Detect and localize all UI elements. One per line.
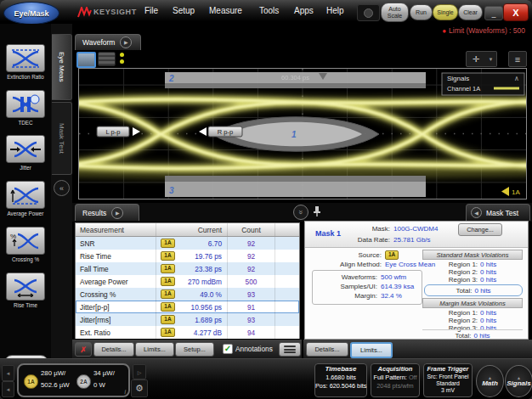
timebase-panel[interactable]: Timebase 1.6680 bits Pos: 620.5046 bits [314,363,367,397]
mode-button-eye-mask[interactable]: Eye/Mask [3,2,59,25]
auto-scale-button[interactable]: Auto Scale [381,3,409,22]
measurement-name: Fall Time [76,262,156,275]
channel-settings-gear-icon[interactable]: ⚙ [131,379,148,397]
data-rate-value: 25.781 Gb/s [393,236,431,244]
sidebar-label: Extinction Ratio [0,74,51,80]
col-measurement[interactable]: Measurement [76,223,156,236]
menu-apps[interactable]: Apps [294,6,314,15]
close-button[interactable]: X [503,3,529,21]
menu-measure[interactable]: Measure [209,6,242,15]
tab-waveform[interactable]: Waveform ▶ [75,34,141,50]
frame-trigger-panel[interactable]: Frame Trigger Src: Front Panel Standard … [423,363,473,397]
sidebar-item-jitter[interactable]: Jitter [0,135,51,171]
display-menu-icon[interactable]: ≡ [508,51,527,67]
status-bar: ◄ ◄ 1A 280 µW/ 502.6 µW 2A 34 µW/ 0 W i … [0,358,532,399]
collapse-results-icon[interactable]: » [293,205,308,220]
table-row-average-power[interactable]: Average Power 1A 270 mdBm 500 [76,275,299,288]
col-current[interactable]: Current [180,223,228,236]
signals-button[interactable]: ▲ Signals [505,365,532,397]
svg-text:1: 1 [291,130,297,139]
scroll-left-2-icon[interactable]: ◄ [2,381,14,397]
single-button[interactable]: Single [433,4,458,20]
current-value: 49.0 % [180,288,228,301]
sidebar-collapse-icon[interactable]: « [54,180,70,196]
tab-eye-meas[interactable]: Eye Meas [52,34,72,100]
source-badge: 1A [161,239,174,248]
marker-dot-icon[interactable] [120,53,124,57]
channel-1a-icon[interactable]: 1A [24,374,38,389]
sidebar-item-rise-time[interactable]: Rise Time [0,273,51,308]
math-button[interactable]: ▲ Math [476,365,504,397]
menu-setup[interactable]: Setup [173,6,195,15]
timebase-scale: 1.6680 bits [315,374,366,381]
marker-l-pp[interactable]: L p-p [97,126,140,137]
channel-2a-icon[interactable]: 2A [76,374,91,389]
table-row-ext-ratio[interactable]: Ext. Ratio 1A 4.277 dB 94 [76,326,299,339]
single-view-icon[interactable] [76,52,96,68]
tab-mask-test[interactable]: Mask Test [52,102,72,175]
sidebar-item-crossing[interactable]: % Crossing % [0,227,51,262]
grid-view-icon[interactable] [98,52,116,66]
mask-back-icon[interactable]: ◀ [471,207,482,218]
count-value: 93 [228,288,275,301]
sidebar-item-average-power[interactable]: Average Power [0,181,51,216]
channel-panel[interactable]: 1A 280 µW/ 502.6 µW 2A 34 µW/ 0 W i [17,363,130,397]
menu-tools[interactable]: Tools [259,6,279,15]
tab-results[interactable]: Results ▶ [75,204,139,221]
minimize-button[interactable]: – [484,6,503,20]
waveform-play-icon[interactable]: ▶ [120,37,132,48]
acquisition-panel[interactable]: Acquisition Full Pattern: Off 2048 pts/w… [371,363,420,397]
tab-mask-test-panel[interactable]: ◀ Mask Test [466,204,530,221]
mask-details-button[interactable]: Details... [306,342,348,357]
setup-button[interactable]: Setup... [175,342,214,357]
table-row-jitter-pp[interactable]: Jitter[p-p] 1A 10.956 ps 91 [76,301,299,313]
standard-total[interactable]: Total:0 hits [424,284,523,296]
pin-icon[interactable] [313,205,321,217]
menu-help[interactable]: Help [326,6,344,15]
mask-region-top[interactable]: 2 60.304 ps [165,72,426,88]
sidebar-item-tdec[interactable]: TDEC [0,90,51,126]
screenshot-camera-icon[interactable] [357,4,380,21]
limits-button[interactable]: Limits... [135,342,174,357]
annotations-checkbox[interactable]: ✓ [223,344,233,354]
pan-zoom-icon[interactable]: ✛ [466,51,486,67]
jitter-icon [6,135,45,163]
marker-dot-icon[interactable] [120,59,124,64]
table-row-fall-time[interactable]: Fall Time 1A 23.38 ps 92 [76,262,299,275]
table-row-snr[interactable]: SNR 1A 6.70 92 [76,237,299,250]
menu-file[interactable]: File [144,6,158,15]
run-button[interactable]: Run [410,4,433,20]
table-row-rise-time[interactable]: Rise Time 1A 19.76 ps 92 [76,250,299,262]
results-play-icon[interactable]: ▶ [111,207,123,219]
col-source[interactable] [156,223,180,236]
sidebar-item-extinction-ratio[interactable]: Extinction Ratio [0,44,51,80]
change-mask-button[interactable]: Change... [458,223,502,236]
scroll-left-icon[interactable]: ◄ [2,365,14,381]
marker-r-pp[interactable]: R p-p [199,126,242,137]
current-value: 19.76 ps [180,250,228,262]
col-count[interactable]: Count [228,223,275,236]
channel-level-marker[interactable]: 1A [501,187,520,196]
mask-stats-box: Waveforms: 500 wfm Samples/UI: 614.39 ks… [312,270,422,305]
scroll-right-icon[interactable]: ▷ [133,364,146,379]
results-footer: ✗ Details... Limits... Setup... ✓ Annota… [72,340,302,358]
table-row-crossing[interactable]: Crossing % 1A 49.0 % 93 [76,288,299,301]
current-value: 1.689 ps [180,313,228,326]
signals-legend[interactable]: Signals ∧ Channel 1A [442,73,524,95]
samples-label: Samples/UI: [313,283,377,290]
eye-diagram-display[interactable]: 2 60.304 ps 3 1 L p-p [78,68,527,200]
table-row-jitter-rms[interactable]: Jitter[rms] 1A 1.689 ps 93 [76,313,299,326]
delete-measurement-button[interactable]: ✗ [75,342,92,357]
svg-text:Channel 1A: Channel 1A [447,85,480,93]
legend-collapse-icon[interactable]: ∧ [514,75,519,82]
annotation-table-icon[interactable] [279,342,301,357]
pan-dropdown-icon[interactable]: ▼ [485,51,497,67]
mgn-region-1: Region 1:0 hits [422,309,523,317]
clear-button[interactable]: Clear [458,4,483,20]
mask-region-bottom[interactable]: 3 [165,176,426,197]
count-value: 91 [228,301,275,313]
source-badge: 1A [161,289,174,299]
svg-text:3: 3 [169,186,174,195]
details-button[interactable]: Details... [93,342,134,357]
mask-limits-button[interactable]: Limits... [350,342,393,358]
